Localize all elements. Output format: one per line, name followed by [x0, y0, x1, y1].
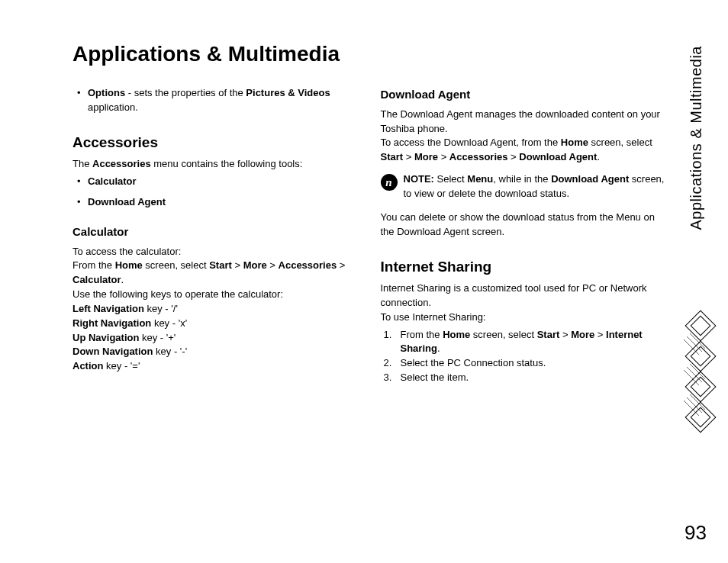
note-icon: n	[381, 174, 398, 191]
right-column: Download Agent The Download Agent manage…	[381, 86, 668, 385]
da-path: To access the Download Agent, from the H…	[381, 136, 668, 165]
key-down: Down Navigation key - '-'	[72, 345, 359, 359]
key-up: Up Navigation key - '+'	[72, 331, 359, 346]
svg-line-8	[684, 339, 699, 355]
side-tab-label: Applications & Multimedia	[688, 46, 705, 230]
da-post: You can delete or show the download stat…	[381, 211, 668, 240]
calculator-heading: Calculator	[72, 224, 359, 240]
is-step-1: 1. From the Home screen, select Start > …	[381, 328, 668, 357]
is-use: To use Internet Sharing:	[381, 310, 668, 325]
options-bullet: • Options - sets the properties of the P…	[72, 86, 359, 115]
acc-item-download-agent: • Download Agent	[72, 195, 359, 210]
svg-line-16	[690, 394, 705, 410]
calc-use: Use the following keys to operate the ca…	[72, 288, 359, 302]
svg-line-14	[684, 401, 699, 416]
bullet-dot: •	[72, 86, 88, 115]
svg-line-12	[687, 367, 702, 382]
da-intro: The Download Agent manages the downloade…	[381, 108, 668, 137]
is-step-3: 3. Select the item.	[381, 371, 668, 385]
is-intro: Internet Sharing is a customized tool us…	[381, 282, 668, 310]
svg-line-11	[684, 370, 699, 385]
decorative-diamonds-icon	[673, 309, 719, 439]
svg-line-13	[690, 364, 705, 379]
svg-rect-1	[691, 316, 710, 335]
key-action: Action key - '='	[72, 359, 359, 374]
left-column: • Options - sets the properties of the P…	[72, 86, 359, 385]
svg-line-9	[687, 336, 702, 352]
accessories-heading: Accessories	[72, 132, 359, 153]
is-step-2: 2. Select the PC Connection status.	[381, 356, 668, 371]
svg-line-15	[687, 397, 702, 413]
download-agent-heading: Download Agent	[381, 86, 668, 103]
content-columns: • Options - sets the properties of the P…	[72, 86, 667, 385]
key-left: Left Navigation key - '/'	[72, 302, 359, 317]
note-text: NOTE: Select Menu, while in the Download…	[404, 172, 668, 201]
bullet-dot: •	[72, 175, 88, 189]
internet-sharing-heading: Internet Sharing	[381, 256, 668, 278]
options-text: Options - sets the properties of the Pic…	[88, 86, 359, 115]
accessories-intro: The Accessories menu contains the follow…	[72, 157, 359, 172]
page-title: Applications & Multimedia	[72, 42, 667, 66]
options-label: Options	[88, 87, 125, 98]
note-block: n NOTE: Select Menu, while in the Downlo…	[381, 172, 668, 201]
bullet-dot: •	[72, 195, 88, 210]
calc-intro: To access the calculator:	[72, 245, 359, 259]
svg-rect-0	[685, 310, 716, 341]
calc-path: From the Home screen, select Start > Mor…	[72, 259, 359, 288]
is-steps: 1. From the Home screen, select Start > …	[381, 328, 668, 385]
manual-page: Applications & Multimedia • Options - se…	[0, 0, 728, 563]
svg-line-10	[690, 333, 705, 349]
pictures-videos-label: Pictures & Videos	[246, 87, 330, 98]
key-right: Right Navigation key - 'x'	[72, 317, 359, 331]
acc-item-calculator: • Calculator	[72, 175, 359, 189]
page-number: 93	[685, 521, 707, 545]
